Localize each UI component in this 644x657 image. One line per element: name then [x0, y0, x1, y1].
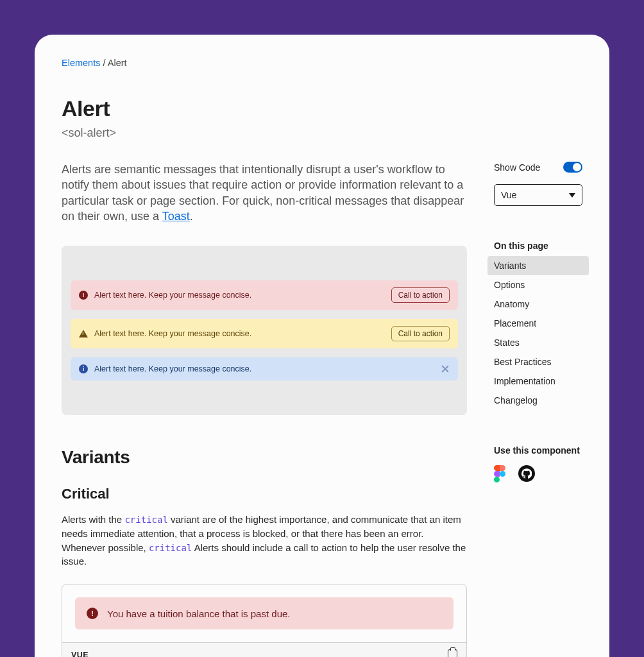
demo-panel: ! Alert text here. Keep your message con…	[62, 246, 467, 415]
example-stage: ! You have a tuition balance that is pas…	[62, 584, 466, 642]
otp-item-anatomy[interactable]: Anatomy	[487, 294, 589, 314]
subsection-heading-critical: Critical	[62, 486, 467, 502]
use-component-title: Use this component	[494, 445, 582, 456]
alert-warning: Alert text here. Keep your message conci…	[71, 319, 458, 348]
alert-info: i Alert text here. Keep your message con…	[71, 357, 458, 380]
error-icon: !	[87, 608, 98, 619]
otp-item-best-practices[interactable]: Best Practices	[487, 352, 589, 371]
toast-link[interactable]: Toast	[162, 210, 190, 223]
breadcrumb: Elements / Alert	[62, 58, 582, 68]
otp-item-states[interactable]: States	[487, 333, 589, 352]
warning-icon	[79, 330, 88, 337]
side-column: Show Code Vue On this page Variants Opti…	[494, 162, 582, 657]
lead-paragraph: Alerts are semantic messages that intent…	[62, 162, 467, 224]
component-tag: <sol-alert>	[62, 126, 582, 140]
example-panel: ! You have a tuition balance that is pas…	[62, 584, 467, 657]
chevron-down-icon	[569, 193, 575, 198]
otp-item-options[interactable]: Options	[487, 275, 589, 294]
example-alert-text: You have a tuition balance that is past …	[107, 608, 291, 619]
breadcrumb-current: Alert	[108, 58, 127, 68]
show-code-label: Show Code	[494, 162, 540, 173]
framework-select[interactable]: Vue	[494, 184, 582, 206]
critical-description: Alerts with the critical variant are of …	[62, 513, 467, 568]
code-critical: critical	[149, 543, 192, 553]
main-column: Alerts are semantic messages that intent…	[62, 162, 467, 657]
breadcrumb-root-link[interactable]: Elements	[62, 58, 100, 68]
code-critical: critical	[124, 515, 167, 525]
on-this-page-title: On this page	[494, 241, 582, 251]
lead-text-post: .	[190, 210, 193, 223]
example-alert-critical: ! You have a tuition balance that is pas…	[75, 597, 453, 629]
code-header: VUE	[62, 642, 466, 657]
code-language-label: VUE	[71, 651, 89, 657]
show-code-row: Show Code	[494, 162, 582, 173]
lead-text: Alerts are semantic messages that intent…	[62, 163, 464, 223]
otp-item-placement[interactable]: Placement	[487, 314, 589, 333]
copy-icon[interactable]	[448, 649, 457, 657]
otp-item-implementation[interactable]: Implementation	[487, 371, 589, 391]
alert-text: Alert text here. Keep your message conci…	[94, 329, 385, 338]
alert-critical: ! Alert text here. Keep your message con…	[71, 280, 458, 310]
figma-icon[interactable]	[494, 465, 505, 482]
error-icon: !	[79, 291, 88, 300]
alert-cta-button[interactable]: Call to action	[391, 287, 450, 303]
info-icon: i	[79, 364, 88, 373]
doc-card: Elements / Alert Alert <sol-alert> Alert…	[35, 35, 609, 657]
otp-item-variants[interactable]: Variants	[487, 256, 589, 275]
show-code-toggle[interactable]	[563, 162, 582, 173]
alert-text: Alert text here. Keep your message conci…	[94, 291, 385, 300]
page-title: Alert	[62, 96, 582, 121]
close-icon[interactable]	[441, 364, 450, 373]
framework-value: Vue	[501, 190, 516, 200]
on-this-page-list: Variants Options Anatomy Placement State…	[494, 256, 582, 410]
breadcrumb-sep: /	[103, 58, 105, 68]
alert-text: Alert text here. Keep your message conci…	[94, 364, 434, 373]
otp-item-changelog[interactable]: Changelog	[487, 391, 589, 410]
github-icon[interactable]	[518, 465, 535, 482]
alert-cta-button[interactable]: Call to action	[391, 326, 450, 341]
section-heading-variants: Variants	[62, 447, 467, 468]
